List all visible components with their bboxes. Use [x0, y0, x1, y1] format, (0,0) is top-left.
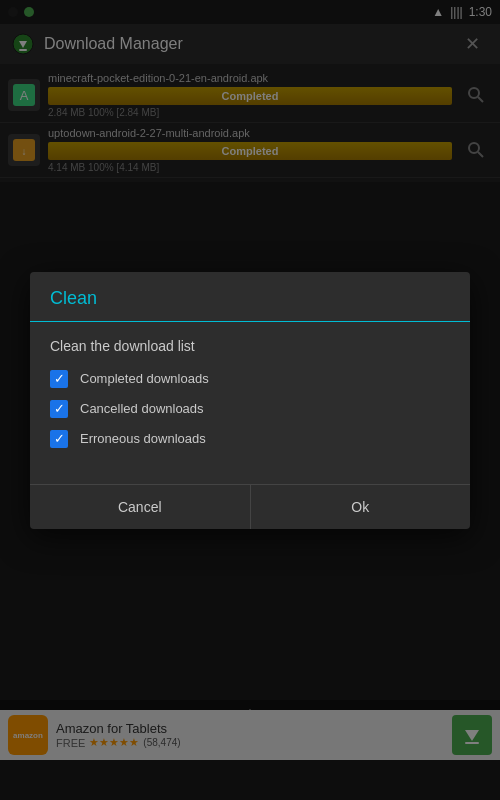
checkbox-label-erroneous: Erroneous downloads [80, 431, 206, 446]
checkbox-label-cancelled: Cancelled downloads [80, 401, 204, 416]
checkbox-erroneous[interactable]: ✓ Erroneous downloads [50, 430, 450, 448]
cancel-button[interactable]: Cancel [30, 485, 250, 529]
dialog-title: Clean [30, 272, 470, 322]
checkbox-cancelled[interactable]: ✓ Cancelled downloads [50, 400, 450, 418]
checkmark-erroneous: ✓ [54, 432, 65, 445]
checkbox-completed[interactable]: ✓ Completed downloads [50, 370, 450, 388]
dialog-subtitle: Clean the download list [50, 338, 450, 354]
checkbox-box-erroneous: ✓ [50, 430, 68, 448]
ok-button[interactable]: Ok [250, 485, 471, 529]
clean-dialog: Clean Clean the download list ✓ Complete… [30, 272, 470, 529]
dialog-actions: Cancel Ok [30, 484, 470, 529]
checkmark-cancelled: ✓ [54, 402, 65, 415]
dialog-overlay: Clean Clean the download list ✓ Complete… [0, 0, 500, 800]
checkbox-box-completed: ✓ [50, 370, 68, 388]
dialog-body: Clean the download list ✓ Completed down… [30, 322, 470, 476]
checkbox-box-cancelled: ✓ [50, 400, 68, 418]
checkbox-label-completed: Completed downloads [80, 371, 209, 386]
checkmark-completed: ✓ [54, 372, 65, 385]
